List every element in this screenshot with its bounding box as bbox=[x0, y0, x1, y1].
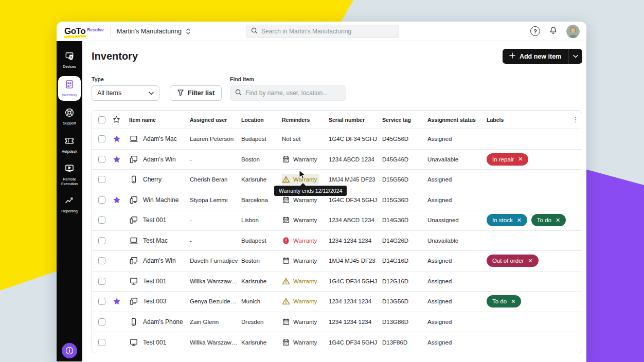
laptop-icon bbox=[129, 134, 138, 143]
column-header-labels[interactable]: Labels bbox=[487, 117, 569, 123]
table-row[interactable]: Test 001 - Lisbon Warranty 1234 ABCD 123… bbox=[92, 210, 582, 231]
remove-label-icon[interactable]: ✕ bbox=[511, 298, 515, 305]
sidebar-item-devices[interactable]: Devices bbox=[58, 48, 81, 73]
star-filled-icon[interactable] bbox=[112, 135, 129, 143]
table-row[interactable]: Adam's Win Daveth Furnadjiev Boston Warr… bbox=[92, 251, 582, 272]
table-row[interactable]: Test 001 Willka Warszawski Karlsruhe War… bbox=[92, 332, 582, 353]
column-header-assignment-status[interactable]: Assignment status bbox=[427, 117, 487, 123]
reminder[interactable]: Warranty bbox=[282, 318, 326, 326]
type-select[interactable]: All items bbox=[92, 85, 159, 101]
find-item-label: Find item bbox=[230, 76, 346, 82]
phone-icon bbox=[129, 317, 138, 327]
sidebar-item-remote-execution[interactable]: Remote Execution bbox=[58, 161, 81, 189]
column-header-service-tag[interactable]: Service tag bbox=[382, 117, 427, 123]
reminder[interactable]: Warranty bbox=[282, 277, 326, 285]
reminder[interactable]: Not set bbox=[282, 136, 326, 142]
sidebar-item-support[interactable]: Support bbox=[58, 104, 81, 129]
label-badge[interactable]: In stock✕ bbox=[487, 214, 527, 226]
column-header-reminders[interactable]: Reminders bbox=[282, 117, 329, 123]
sidebar-item-helpdesk[interactable]: Helpdesk bbox=[58, 133, 81, 157]
table-options-kebab-icon[interactable] bbox=[569, 116, 582, 123]
user-avatar[interactable] bbox=[566, 25, 580, 38]
column-header-item-name[interactable]: Item name bbox=[129, 117, 190, 123]
add-new-item-button[interactable]: Add new item bbox=[503, 49, 582, 64]
search-icon bbox=[251, 27, 258, 36]
resolve-logo-text: Resolve bbox=[87, 27, 104, 32]
reminder[interactable]: Warranty bbox=[282, 257, 326, 265]
row-checkbox[interactable] bbox=[98, 298, 105, 305]
select-all-checkbox[interactable] bbox=[98, 116, 105, 123]
remove-label-icon[interactable]: ✕ bbox=[517, 217, 522, 224]
row-checkbox[interactable] bbox=[98, 176, 105, 183]
remove-label-icon[interactable]: ✕ bbox=[518, 156, 523, 162]
funnel-icon bbox=[177, 89, 184, 98]
star-column-header[interactable] bbox=[112, 116, 129, 123]
serial-number: 1G4C DF34 5GHJ bbox=[329, 278, 382, 284]
row-checkbox[interactable] bbox=[98, 318, 105, 325]
global-search-input[interactable]: Search in Martin's Manufacturing bbox=[246, 25, 399, 38]
desktop-phone-icon bbox=[129, 195, 138, 205]
calendar-icon bbox=[282, 155, 290, 164]
reminder[interactable]: Warranty bbox=[282, 338, 326, 347]
row-checkbox[interactable] bbox=[98, 339, 105, 346]
reminder-text: Not set bbox=[282, 136, 300, 142]
label-badge[interactable]: To do✕ bbox=[531, 214, 566, 226]
reminder[interactable]: Warranty bbox=[282, 297, 326, 305]
row-checkbox[interactable] bbox=[98, 135, 105, 142]
service-tag: D15G56D bbox=[382, 176, 427, 183]
reminder[interactable]: Warranty bbox=[282, 237, 326, 245]
row-checkbox[interactable] bbox=[98, 237, 105, 244]
table-row[interactable]: Test Mac - Budapest Warranty 1234 1234 1… bbox=[92, 231, 582, 251]
sidebar-item-label: Reporting bbox=[61, 209, 78, 214]
remove-label-icon[interactable]: ✕ bbox=[528, 258, 532, 264]
label-badge[interactable]: In repair✕ bbox=[487, 153, 528, 166]
notifications-bell-icon[interactable] bbox=[549, 26, 558, 37]
info-button[interactable] bbox=[62, 343, 77, 358]
monitor-icon bbox=[129, 277, 138, 286]
table-row[interactable]: Adam's Mac Lauren Peterson Budapest Not … bbox=[92, 129, 582, 150]
table-row[interactable]: Adam's Phone Zain Glenn Dresden Warranty… bbox=[92, 312, 582, 333]
star-filled-icon[interactable] bbox=[112, 297, 129, 305]
service-tag: D13F86D bbox=[382, 339, 427, 346]
column-header-location[interactable]: Location bbox=[241, 117, 282, 123]
row-checkbox[interactable] bbox=[98, 156, 105, 163]
row-checkbox[interactable] bbox=[98, 216, 105, 224]
column-header-serial-number[interactable]: Serial number bbox=[329, 117, 382, 123]
item-name: Test 001 bbox=[143, 278, 166, 285]
help-icon[interactable]: ? bbox=[530, 26, 540, 36]
row-checkbox[interactable] bbox=[98, 196, 105, 204]
label-badge[interactable]: Out of order✕ bbox=[487, 255, 539, 267]
reminder[interactable]: Warranty bbox=[282, 216, 326, 224]
reminder[interactable]: Warranty bbox=[282, 196, 326, 204]
star-filled-icon[interactable] bbox=[112, 155, 129, 164]
inventory-icon bbox=[64, 79, 75, 92]
sidebar-item-inventory[interactable]: Inventory bbox=[58, 76, 81, 101]
row-checkbox[interactable] bbox=[98, 278, 105, 285]
item-name: Adam's Mac bbox=[143, 135, 177, 142]
remove-label-icon[interactable]: ✕ bbox=[556, 217, 560, 224]
assignment-status: Assigned bbox=[427, 319, 487, 325]
reminder[interactable]: Warranty bbox=[282, 155, 326, 164]
assignment-status: Assigned bbox=[427, 339, 487, 346]
table-row[interactable]: Test 001 Willka Warszawski Karlsruhe War… bbox=[92, 272, 582, 292]
alert-icon bbox=[282, 237, 290, 245]
find-item-input[interactable]: Find by name, user, location... bbox=[230, 85, 346, 101]
location: Karlsruhe bbox=[241, 176, 282, 183]
add-item-dropdown-toggle[interactable] bbox=[568, 55, 582, 58]
sidebar-item-reporting[interactable]: Reporting bbox=[58, 192, 81, 217]
add-new-item-label: Add new item bbox=[520, 53, 561, 60]
serial-number: 1G4C DF34 5GHJ bbox=[329, 197, 382, 203]
location: Budapest bbox=[241, 238, 282, 244]
column-header-assigned-user[interactable]: Assigned user bbox=[190, 117, 241, 123]
table-row[interactable]: Test 003 Genya Bezuidenhout... Munich Wa… bbox=[92, 292, 582, 312]
calendar-icon bbox=[282, 257, 290, 265]
row-checkbox[interactable] bbox=[98, 257, 105, 264]
assignment-status: Unavailable bbox=[427, 238, 487, 244]
star-filled-icon[interactable] bbox=[112, 196, 129, 204]
table-row[interactable]: Adam's Win - Boston Warranty 1234 ABCD 1… bbox=[92, 150, 582, 170]
assignment-status: Assigned bbox=[427, 258, 487, 264]
table-header-row: Item name Assigned user Location Reminde… bbox=[92, 111, 582, 129]
company-selector[interactable]: Martin's Manufacturing bbox=[117, 28, 191, 35]
label-badge[interactable]: To do✕ bbox=[487, 295, 521, 307]
filter-list-button[interactable]: Filter list bbox=[170, 85, 222, 101]
